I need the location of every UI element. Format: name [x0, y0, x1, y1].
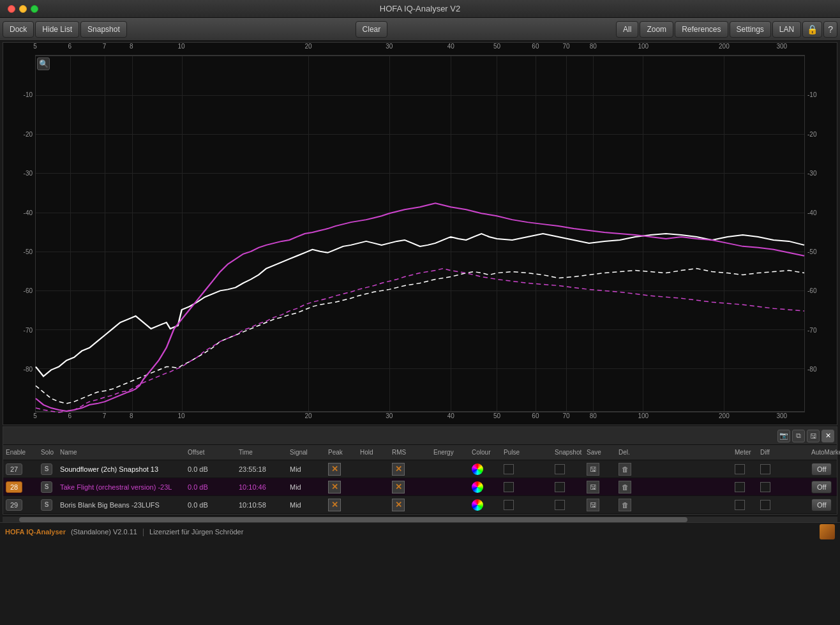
db-label-r-60: -60 [807, 287, 816, 294]
track-29-color-btn[interactable] [472, 499, 483, 511]
panel-close-button[interactable]: ✕ [821, 430, 834, 442]
status-bar: HOFA IQ-Analyser (Standalone) V2.0.11 | … [0, 522, 840, 540]
close-button[interactable] [8, 5, 15, 13]
track-28-rms-btn[interactable]: ✕ [392, 481, 405, 493]
all-button[interactable]: All [616, 21, 638, 38]
track-27-del-btn[interactable]: 🗑 [619, 463, 631, 476]
track-27-diff [759, 464, 810, 474]
help-button[interactable]: ? [823, 21, 837, 38]
header-signal: Signal [289, 449, 327, 456]
track-28-num-btn[interactable]: 28 [6, 481, 22, 493]
track-28-enable: 28 [4, 481, 40, 493]
track-28-automarker-btn[interactable]: Off [811, 481, 832, 493]
camera-button[interactable]: 📷 [777, 430, 790, 442]
track-28-meter-check[interactable] [735, 482, 745, 492]
freq-label-80: 80 [590, 43, 597, 50]
freq-label-200: 200 [719, 43, 730, 50]
track-27-automarker-btn[interactable]: Off [811, 463, 832, 476]
track-27-solo: S [40, 463, 59, 475]
track-27-meter-check[interactable] [735, 464, 745, 474]
track-28-solo-btn[interactable]: S [41, 481, 52, 493]
track-28-diff-check[interactable] [760, 482, 770, 492]
status-mode: (Standalone) V2.0.11 [71, 528, 137, 536]
references-button[interactable]: References [675, 21, 728, 38]
track-29-del-btn[interactable]: 🗑 [619, 499, 631, 511]
lock-button[interactable]: 🔒 [802, 21, 822, 38]
track-27-diff-check[interactable] [760, 464, 770, 474]
clear-button[interactable]: Clear [356, 21, 388, 38]
db-label-l-80: -80 [24, 366, 33, 373]
magnifier-button[interactable]: 🔍 [37, 57, 50, 70]
status-sep: | [142, 527, 144, 536]
track-29-peak: ✕ [327, 499, 359, 511]
track-29-solo: S [40, 499, 59, 511]
track-27-pulse-check[interactable] [504, 464, 514, 474]
freq-label-bot-6: 6 [68, 412, 71, 419]
track-29-num-btn[interactable]: 29 [6, 499, 22, 511]
toolbar: Dock Hide List Snapshot Clear All Zoom R… [0, 18, 840, 41]
header-save: Save [585, 449, 617, 456]
track-27-num-btn[interactable]: 27 [6, 463, 22, 475]
track-29-meter-check[interactable] [735, 500, 745, 510]
track-28-del: 🗑 [617, 481, 733, 493]
track-29-solo-btn[interactable]: S [41, 499, 52, 511]
dock-button[interactable]: Dock [3, 21, 34, 38]
header-peak: Peak [327, 449, 359, 456]
scrollbar-thumb[interactable] [19, 517, 687, 522]
header-energy: Energy [432, 449, 470, 456]
lan-button[interactable]: LAN [772, 21, 801, 38]
track-27-save-btn[interactable]: 🖫 [587, 463, 599, 476]
track-28-snapshot-checkbox[interactable] [555, 482, 565, 492]
track-27-snapshot-check [553, 464, 585, 474]
track-29-rms-btn[interactable]: ✕ [392, 499, 405, 511]
track-28-colour [470, 481, 502, 493]
db-label-l-20: -20 [24, 130, 33, 137]
track-27-pulse [502, 464, 553, 474]
header-colour: Colour [470, 449, 502, 456]
track-29-del: 🗑 [617, 499, 733, 511]
db-label-r-50: -50 [807, 248, 816, 255]
freq-label-10: 10 [178, 43, 185, 50]
track-28-pulse-check[interactable] [504, 482, 514, 492]
track-27-color-btn[interactable] [472, 463, 483, 475]
track-28-name: Take Flight (orchestral version) -23L [59, 483, 186, 491]
freq-label-40: 40 [447, 43, 454, 50]
db-label-l-70: -70 [24, 326, 33, 333]
track-29-save-btn[interactable]: 🖫 [587, 499, 599, 511]
track-27-snapshot-checkbox[interactable] [555, 464, 565, 474]
settings-button[interactable]: Settings [730, 21, 771, 38]
track-27-peak-btn[interactable]: ✕ [328, 463, 341, 476]
track-29-diff-check[interactable] [760, 500, 770, 510]
track-29-automarker-btn[interactable]: Off [811, 499, 832, 511]
copy-button[interactable]: ⧉ [792, 430, 805, 442]
freq-label-bot-7: 7 [103, 412, 107, 419]
snapshot-button[interactable]: Snapshot [80, 21, 127, 38]
track-27-time: 23:55:18 [237, 465, 289, 473]
track-29-rms: ✕ [391, 499, 432, 511]
track-28-save-btn[interactable]: 🖫 [587, 481, 599, 493]
track-27-solo-btn[interactable]: S [41, 463, 52, 475]
track-29-snapshot-checkbox[interactable] [555, 500, 565, 510]
track-28-snapshot-check [553, 482, 585, 492]
maximize-button[interactable] [31, 5, 38, 13]
track-27-signal: Mid [289, 465, 327, 473]
minimize-button[interactable] [19, 5, 27, 13]
zoom-button[interactable]: Zoom [640, 21, 673, 38]
freq-label-bot-8: 8 [130, 412, 133, 419]
track-28-automarker: Off [810, 481, 836, 493]
hide-list-button[interactable]: Hide List [35, 21, 79, 38]
track-28-peak-btn[interactable]: ✕ [328, 481, 341, 493]
track-29-peak-btn[interactable]: ✕ [328, 499, 341, 511]
horizontal-scrollbar[interactable] [3, 516, 837, 522]
track-29-pulse-check[interactable] [504, 500, 514, 510]
title-bar: HOFA IQ-Analyser V2 [0, 0, 840, 18]
track-27-name: Soundflower (2ch) Snapshot 13 [59, 465, 186, 473]
freq-ruler-top: 5 6 7 8 10 20 30 40 50 60 70 80 100 200 … [35, 43, 805, 56]
track-27-rms: ✕ [391, 463, 432, 476]
track-28-color-btn[interactable] [472, 481, 483, 493]
track-27-rms-btn[interactable]: ✕ [392, 463, 405, 476]
save-disk-button[interactable]: 🖫 [807, 430, 820, 442]
white-dashed-curve [36, 269, 804, 403]
freq-label-30: 30 [386, 43, 393, 50]
track-28-del-btn[interactable]: 🗑 [619, 481, 631, 493]
